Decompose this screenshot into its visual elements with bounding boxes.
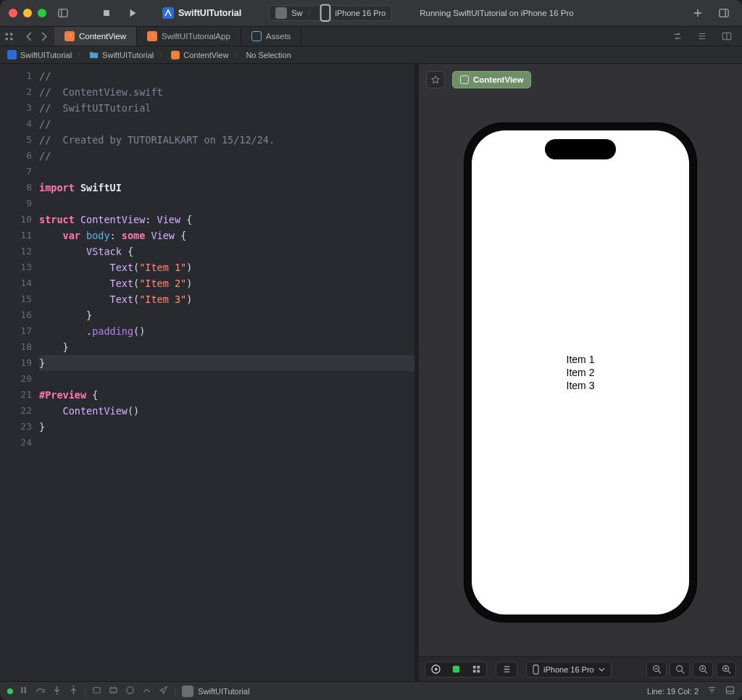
pause-button[interactable]: [19, 686, 28, 697]
debug-memory-button[interactable]: [109, 686, 118, 697]
svg-rect-18: [477, 666, 480, 669]
titlebar: SwiftUITutorial Sw 〉 iPhone 16 Pro Runni…: [0, 0, 742, 26]
swift-file-icon: [171, 51, 180, 59]
debug-target[interactable]: SwiftUITutorial: [182, 686, 249, 697]
breadcrumb[interactable]: SwiftUITutorial 〉 SwiftUITutorial 〉 Cont…: [0, 46, 742, 64]
tab-contentview[interactable]: ContentView: [54, 27, 137, 46]
step-into-button[interactable]: [52, 686, 62, 697]
svg-rect-5: [320, 5, 330, 21]
scheme-selector[interactable]: Sw 〉 iPhone 16 Pro: [269, 5, 392, 21]
stop-button[interactable]: [97, 4, 116, 22]
arrows-swap-icon: [672, 31, 683, 41]
debug-bar: | | SwiftUITutorial Line: 19 Col: 2: [0, 681, 742, 700]
swift-file-icon: [64, 31, 75, 41]
panel-bottom-icon: [725, 686, 735, 695]
device-settings-button[interactable]: [496, 662, 517, 678]
debug-location-button[interactable]: [159, 686, 168, 697]
zoom-actual-button[interactable]: [670, 662, 690, 678]
tab-app[interactable]: SwiftUITutorialApp: [137, 27, 241, 46]
svg-rect-2: [104, 10, 109, 16]
source-editor[interactable]: 123456789101112131415161718192021222324 …: [0, 64, 414, 681]
zoom-out-icon: [652, 664, 662, 674]
selectable-preview-button[interactable]: [446, 662, 466, 678]
chevron-right-icon: 〉: [76, 50, 85, 60]
variants-button[interactable]: [466, 662, 486, 678]
crumb-file[interactable]: ContentView: [170, 51, 230, 59]
preview-selector[interactable]: ContentView: [452, 71, 531, 88]
preview-device-selector[interactable]: iPhone 16 Pro: [526, 662, 612, 678]
add-button[interactable]: [688, 4, 707, 22]
zoom-in-icon: [722, 664, 731, 674]
chevron-down-icon: [599, 667, 605, 672]
project-name: SwiftUITutorial: [162, 7, 241, 19]
nav-forward-button[interactable]: [37, 27, 50, 46]
tab-overview-button[interactable]: [0, 27, 18, 46]
folder-icon: [89, 50, 99, 59]
cursor-position: Line: 19 Col: 2: [647, 687, 699, 696]
zoom-fit-button[interactable]: [693, 662, 713, 678]
svg-line-24: [658, 671, 660, 673]
sidebar-left-icon: [58, 8, 68, 18]
svg-line-29: [704, 671, 706, 673]
zoom-fit-icon: [699, 664, 708, 674]
preview-text-item: Item 2: [567, 366, 595, 379]
tab-label: ContentView: [79, 32, 126, 41]
zoom-in-button[interactable]: [716, 662, 736, 678]
zoom-100-icon: [675, 664, 685, 674]
grid-icon: [4, 32, 14, 41]
toggle-debug-area-button[interactable]: [725, 686, 735, 696]
split-icon: [722, 31, 732, 41]
svg-rect-39: [182, 686, 193, 697]
toggle-inspectors-button[interactable]: [714, 4, 733, 22]
swift-file-icon: [147, 31, 157, 41]
xcode-project-icon: [162, 7, 174, 19]
nav-back-button[interactable]: [22, 27, 36, 46]
svg-rect-11: [10, 38, 12, 40]
preview-toolbar: iPhone 16 Pro: [419, 657, 742, 681]
code-area[interactable]: //// ContentView.swift// SwiftUITutorial…: [39, 64, 414, 681]
svg-rect-17: [472, 666, 475, 669]
crumb-folder[interactable]: SwiftUITutorial: [88, 50, 155, 59]
sliders-icon: [502, 664, 512, 674]
project-name-text: SwiftUITutorial: [178, 8, 241, 18]
debug-view-hierarchy-button[interactable]: [92, 686, 101, 697]
debug-environment-button[interactable]: [125, 686, 135, 697]
svg-point-34: [56, 693, 57, 694]
play-circle-icon: [431, 664, 441, 674]
debug-network-button[interactable]: [142, 686, 151, 697]
svg-rect-19: [472, 670, 475, 672]
live-preview-button[interactable]: [425, 662, 446, 678]
chevron-right-icon: 〉: [307, 8, 315, 19]
crumb-project[interactable]: SwiftUITutorial: [6, 50, 73, 59]
preview-text-item: Item 1: [567, 353, 595, 366]
plus-icon: [693, 8, 703, 18]
zoom-window-button[interactable]: [38, 9, 46, 17]
step-out-button[interactable]: [69, 686, 78, 697]
svg-line-33: [728, 671, 730, 673]
svg-rect-36: [93, 687, 100, 692]
split-editor-button[interactable]: [717, 27, 736, 46]
svg-rect-40: [726, 687, 733, 693]
chevron-right-icon: [39, 32, 49, 41]
sidebar-right-icon: [719, 8, 729, 18]
preview-device-label: iPhone 16 Pro: [543, 665, 594, 674]
toggle-navigator-button[interactable]: [54, 4, 72, 22]
build-status: Running SwiftUITutorial on iPhone 16 Pro: [420, 9, 573, 17]
zoom-out-button[interactable]: [646, 662, 667, 678]
tab-label: SwiftUITutorialApp: [162, 32, 230, 41]
step-over-button[interactable]: [36, 686, 45, 697]
close-window-button[interactable]: [9, 9, 17, 17]
toggle-sync-editor-button[interactable]: [668, 27, 687, 46]
app-icon: [275, 7, 287, 19]
pin-preview-button[interactable]: [426, 71, 445, 88]
preview-canvas[interactable]: Item 1Item 2Item 3: [419, 88, 742, 657]
minimize-window-button[interactable]: [23, 9, 32, 17]
crumb-selection[interactable]: No Selection: [244, 51, 292, 59]
adjust-editor-options-button[interactable]: [693, 27, 712, 46]
run-button[interactable]: [123, 4, 142, 22]
tab-assets[interactable]: Assets: [241, 27, 302, 46]
svg-line-26: [681, 671, 683, 673]
filter-button[interactable]: [707, 686, 717, 696]
preview-thumb-icon: [460, 75, 469, 84]
filter-icon: [707, 686, 717, 695]
